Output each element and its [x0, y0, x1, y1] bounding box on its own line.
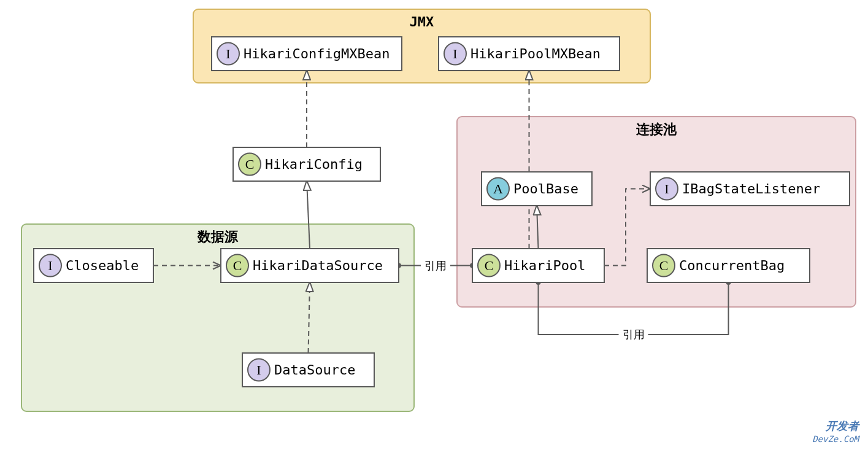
node-label-closeable: Closeable: [66, 258, 139, 273]
container-title-pool: 连接池: [636, 122, 677, 137]
node-label-iBagStateListener: IBagStateListener: [682, 181, 820, 196]
badge-letter-hikariDataSource: C: [233, 258, 242, 273]
watermark-main: 开发者: [825, 419, 860, 432]
edge-label-8: 引用: [623, 328, 645, 341]
node-label-hikariConfigMXBean: HikariConfigMXBean: [244, 46, 390, 61]
watermark-sub: DevZe.CoM: [812, 434, 860, 444]
node-iBagStateListener: IIBagStateListener: [650, 172, 850, 206]
edge-label-7: 引用: [424, 259, 447, 272]
badge-letter-iBagStateListener: I: [664, 181, 669, 196]
node-label-concurrentBag: ConcurrentBag: [679, 258, 785, 273]
node-hikariDataSource: CHikariDataSource: [221, 249, 399, 282]
node-label-hikariDataSource: HikariDataSource: [253, 258, 383, 273]
node-hikariConfig: CHikariConfig: [233, 147, 380, 181]
node-hikariPool: CHikariPool: [472, 249, 604, 282]
node-label-hikariConfig: HikariConfig: [265, 157, 363, 172]
container-title-jmx: JMX: [410, 14, 434, 29]
badge-letter-hikariConfigMXBean: I: [226, 46, 230, 61]
badge-letter-dataSource: I: [256, 362, 261, 378]
node-hikariPoolMXBean: IHikariPoolMXBean: [439, 37, 620, 71]
badge-letter-closeable: I: [48, 258, 52, 273]
node-concurrentBag: CConcurrentBag: [647, 249, 810, 282]
node-label-poolBase: PoolBase: [513, 181, 578, 196]
node-closeable: ICloseable: [34, 249, 153, 282]
badge-letter-concurrentBag: C: [659, 258, 669, 273]
node-label-hikariPoolMXBean: HikariPoolMXBean: [470, 46, 601, 61]
node-label-dataSource: DataSource: [274, 362, 355, 378]
badge-letter-hikariConfig: C: [245, 157, 255, 172]
node-dataSource: IDataSource: [242, 353, 374, 387]
node-hikariConfigMXBean: IHikariConfigMXBean: [212, 37, 402, 71]
badge-letter-hikariPool: C: [485, 258, 494, 273]
node-label-hikariPool: HikariPool: [504, 258, 585, 273]
container-title-ds: 数据源: [197, 229, 239, 244]
badge-letter-poolBase: A: [493, 181, 503, 196]
badge-letter-hikariPoolMXBean: I: [453, 46, 457, 61]
node-poolBase: APoolBase: [482, 172, 592, 206]
